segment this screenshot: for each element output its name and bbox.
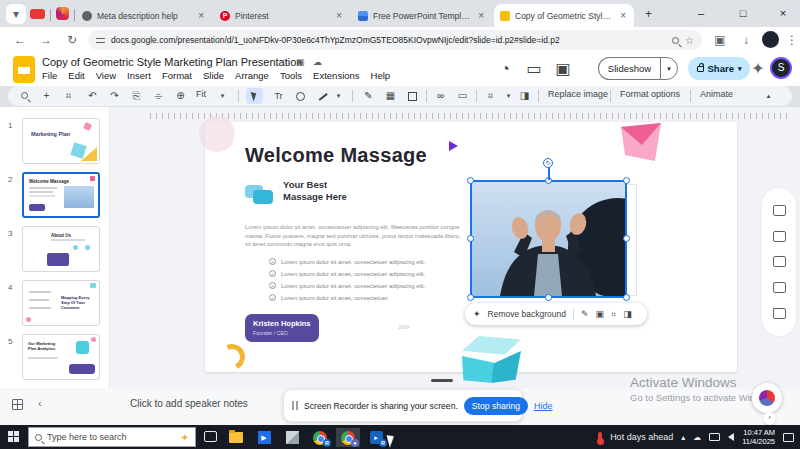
speaker-notes-input[interactable]: Click to add speaker notes xyxy=(130,398,248,409)
selected-image[interactable] xyxy=(470,180,627,298)
movies-tv-icon[interactable]: ▶ xyxy=(252,428,276,447)
ink-format-icon[interactable]: ◨ xyxy=(623,309,632,319)
resize-handle-s[interactable] xyxy=(545,294,552,301)
resize-handle-nw[interactable] xyxy=(467,177,474,184)
resize-handle-se[interactable] xyxy=(623,294,630,301)
mask-image-icon[interactable]: ◨ xyxy=(516,88,533,104)
slide-body-text[interactable]: Lorem ipsum dolor sit amet, consectetuer… xyxy=(245,223,463,249)
file-explorer-icon[interactable] xyxy=(224,428,248,447)
bookmark-star-icon[interactable]: ☆ xyxy=(685,35,694,46)
menu-slide[interactable]: Slide xyxy=(203,70,224,81)
share-button[interactable]: Share ▾ xyxy=(688,57,750,80)
paint-format-button[interactable]: ⌯ xyxy=(150,88,167,104)
resize-handle-sw[interactable] xyxy=(467,294,474,301)
tab-free-powerpoint-templates[interactable]: Free PowerPoint Templates and × xyxy=(352,4,492,27)
checklist-item[interactable]: ✓ Lorem ipsum dolor sit amet, consectetu… xyxy=(269,258,425,265)
zoom-button[interactable]: ⊕ xyxy=(172,88,189,104)
refresh-button[interactable]: ↻ xyxy=(62,30,82,50)
replace-image-icon[interactable]: ▣ xyxy=(596,309,605,319)
fit-zoom-select[interactable]: Fit xyxy=(196,89,206,99)
tab-close-icon[interactable]: × xyxy=(334,10,344,21)
print-button[interactable]: ⎘ xyxy=(128,88,145,104)
rotation-handle[interactable]: ↻ xyxy=(543,158,553,168)
action-center-icon[interactable] xyxy=(783,433,794,442)
minimize-button[interactable]: – xyxy=(684,0,718,26)
download-icon[interactable]: ↓ xyxy=(736,30,756,50)
address-bar[interactable]: docs.google.com/presentation/d/1_uoNFDkv… xyxy=(88,30,702,50)
meet-camera-icon[interactable]: ▣ xyxy=(553,59,573,79)
new-slide-plus-button[interactable]: + xyxy=(38,88,55,104)
forward-button[interactable]: → xyxy=(36,30,56,50)
maximize-button[interactable]: □ xyxy=(726,0,760,26)
share-dropdown-caret[interactable]: ▾ xyxy=(738,65,742,73)
remove-background-button[interactable]: Remove background xyxy=(488,309,566,319)
pen-tool-icon[interactable]: ✎ xyxy=(360,88,377,104)
format-options-button[interactable]: Format options xyxy=(620,89,680,99)
tab-search-chevron-icon[interactable]: ▾ xyxy=(6,4,26,24)
menu-view[interactable]: View xyxy=(96,70,116,81)
tasks-icon[interactable] xyxy=(773,256,786,267)
checklist-item[interactable]: ✓ Lorem ipsum dolor sit amet, consectetu… xyxy=(269,294,389,301)
shape-tool-icon[interactable] xyxy=(296,92,305,101)
menu-arrange[interactable]: Arrange xyxy=(235,70,269,81)
browser-profile-avatar[interactable] xyxy=(762,31,779,48)
slide-heading[interactable]: Welcome Massage xyxy=(245,144,427,167)
tab-close-icon[interactable]: × xyxy=(476,10,486,21)
insert-link-icon[interactable]: ∞ xyxy=(432,88,449,104)
resize-handle-e[interactable] xyxy=(623,235,630,242)
star-document-icon[interactable]: ☆ xyxy=(280,57,288,67)
menu-edit[interactable]: Edit xyxy=(68,70,84,81)
screen-recorder-app-icon[interactable]: ▸R xyxy=(364,428,388,447)
animate-button[interactable]: Animate xyxy=(700,89,733,99)
weather-text[interactable]: Hot days ahead xyxy=(610,432,673,442)
tab-close-icon[interactable]: × xyxy=(618,10,628,21)
checklist-item[interactable]: ✓ Lorem ipsum dolor sit amet, consectetu… xyxy=(269,270,425,277)
new-slide-layout-button[interactable]: ⌗ xyxy=(60,88,77,104)
taskbar-clock[interactable]: 10:47 AM 11/4/2025 xyxy=(742,428,775,446)
speaker-icon[interactable] xyxy=(728,433,734,441)
fit-caret-icon[interactable]: ▾ xyxy=(214,88,231,104)
new-tab-button[interactable]: + xyxy=(645,7,652,21)
stop-sharing-button[interactable]: Stop sharing xyxy=(464,397,528,415)
thumbnail-slide-2-selected[interactable]: Welcome Massage xyxy=(22,172,100,218)
instagram-pinned-tab-icon[interactable] xyxy=(56,7,69,20)
taskbar-search-input[interactable]: Type here to search ✦ xyxy=(28,427,196,447)
thumbnail-slide-4[interactable]: Mapping Every Step Of Your Customer xyxy=(22,280,100,326)
keep-notes-icon[interactable] xyxy=(773,231,786,242)
recorder-floating-widget[interactable] xyxy=(752,383,782,413)
document-title[interactable]: Copy of Geometric Style Marketing Plan P… xyxy=(42,56,302,68)
current-slide[interactable]: Welcome Massage Your Best Massage Here L… xyxy=(205,122,737,372)
resize-handle-ne[interactable] xyxy=(623,177,630,184)
toolbar-search-icon[interactable] xyxy=(21,92,28,99)
resize-handle-w[interactable] xyxy=(467,235,474,242)
image-tool-icon[interactable] xyxy=(408,92,417,101)
crop-image-icon[interactable]: ⌗ xyxy=(482,88,499,104)
text-box-button[interactable]: Tr xyxy=(270,88,287,104)
chrome-active-icon[interactable]: ● xyxy=(336,428,360,447)
contacts-icon[interactable] xyxy=(773,282,786,293)
network-icon[interactable] xyxy=(709,433,720,441)
drag-handle-icon[interactable] xyxy=(292,401,298,410)
tab-active-google-slides[interactable]: Copy of Geometric Style Marke × xyxy=(494,4,634,27)
move-folder-icon[interactable]: ▣ xyxy=(296,57,305,67)
slideshow-dropdown-caret[interactable]: ▾ xyxy=(660,57,678,80)
browser-menu-kebab-icon[interactable]: ⋮ xyxy=(782,30,800,50)
back-button[interactable]: ← xyxy=(10,30,30,50)
close-window-button[interactable]: × xyxy=(766,0,800,26)
editor-canvas[interactable]: Welcome Massage Your Best Massage Here L… xyxy=(110,107,800,388)
replace-image-button[interactable]: Replace image xyxy=(548,89,608,99)
thumbnail-slide-3[interactable]: About Us xyxy=(22,226,100,272)
magic-eraser-icon[interactable]: ✦ xyxy=(473,309,481,319)
crop-icon[interactable]: ⌗ xyxy=(611,309,616,319)
menu-help[interactable]: Help xyxy=(371,70,391,81)
comment-history-icon[interactable]: ▭ xyxy=(524,59,544,79)
start-button[interactable] xyxy=(8,431,20,443)
version-history-icon[interactable]: ◔ xyxy=(495,59,515,79)
chrome-profile1-icon[interactable]: R xyxy=(308,428,332,447)
menu-file[interactable]: File xyxy=(42,70,57,81)
collapse-filmstrip-icon[interactable]: ‹ xyxy=(38,397,42,409)
grid-view-icon[interactable] xyxy=(12,399,23,410)
zoom-page-icon[interactable] xyxy=(672,37,679,44)
slideshow-button[interactable]: Slideshow xyxy=(598,57,660,80)
tab-groups-icon[interactable]: ▣ xyxy=(710,30,730,50)
